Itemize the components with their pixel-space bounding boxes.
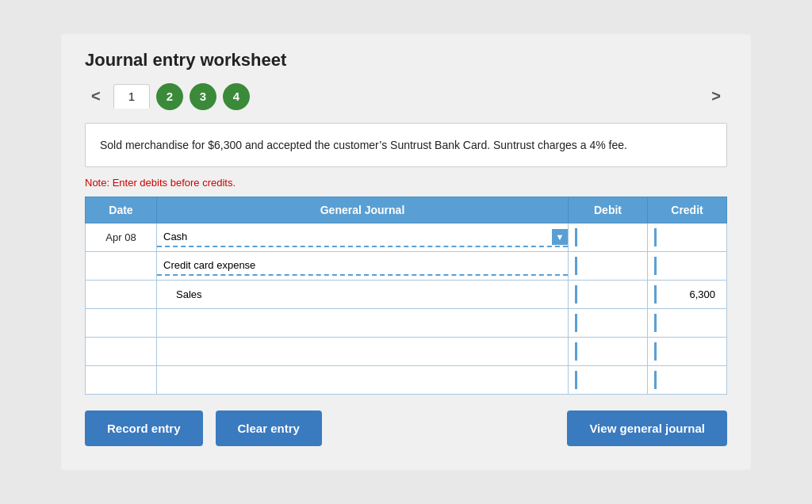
table-row: Sales <box>86 281 727 309</box>
tab-2[interactable]: 2 <box>156 83 183 110</box>
credit-input-5[interactable] <box>654 371 720 389</box>
debit-cell-5 <box>569 366 648 395</box>
gj-cell-4 <box>157 338 569 366</box>
dropdown-arrow-0[interactable]: ▼ <box>552 229 568 245</box>
credit-cell-2 <box>648 281 727 309</box>
tab-3[interactable]: 3 <box>190 83 216 110</box>
credit-cell-3 <box>648 309 727 338</box>
header-date: Date <box>86 197 157 223</box>
debit-input-2[interactable] <box>575 285 641 304</box>
gj-dropdown-wrapper-1 <box>157 256 568 276</box>
header-debit: Debit <box>569 197 648 223</box>
gj-cell-0: ▼ <box>157 223 569 252</box>
table-row <box>86 252 727 281</box>
table-row <box>86 309 727 338</box>
credit-cell-0 <box>648 223 727 252</box>
credit-input-0[interactable] <box>654 228 720 246</box>
gj-input-3[interactable] <box>157 314 568 332</box>
next-arrow[interactable]: > <box>705 84 727 109</box>
gj-cell-2: Sales <box>157 281 569 309</box>
tabs-row: < 1 2 3 4 > <box>85 83 727 110</box>
debit-input-1[interactable] <box>575 257 641 275</box>
gj-dropdown-wrapper-0: ▼ <box>157 227 568 247</box>
record-entry-button[interactable]: Record entry <box>85 410 203 446</box>
debit-input-0[interactable] <box>575 228 641 246</box>
credit-input-2[interactable] <box>654 285 720 304</box>
debit-cell-1 <box>569 252 648 281</box>
gj-input-5[interactable] <box>157 371 568 389</box>
description-box: Sold merchandise for $6,300 and accepted… <box>85 123 727 167</box>
view-journal-button[interactable]: View general journal <box>567 410 727 446</box>
journal-table: Date General Journal Debit Credit Apr 08… <box>85 197 727 395</box>
tab-1[interactable]: 1 <box>113 84 150 109</box>
debit-cell-0 <box>569 223 648 252</box>
credit-cell-5 <box>648 366 727 395</box>
credit-input-1[interactable] <box>654 257 720 275</box>
gj-cell-3 <box>157 309 569 338</box>
note-text: Note: Enter debits before credits. <box>85 177 727 189</box>
credit-input-4[interactable] <box>654 342 720 361</box>
gj-input-0[interactable] <box>157 227 552 246</box>
debit-input-4[interactable] <box>575 342 641 361</box>
debit-cell-3 <box>569 309 648 338</box>
table-row <box>86 338 727 366</box>
gj-cell-5 <box>157 366 569 395</box>
gj-text-2: Sales <box>157 285 209 304</box>
date-cell-1 <box>86 252 157 281</box>
prev-arrow[interactable]: < <box>85 84 107 109</box>
header-credit: Credit <box>648 197 727 223</box>
description-text: Sold merchandise for $6,300 and accepted… <box>100 139 627 151</box>
debit-cell-2 <box>569 281 648 309</box>
credit-cell-1 <box>648 252 727 281</box>
credit-cell-4 <box>648 338 727 366</box>
debit-cell-4 <box>569 338 648 366</box>
buttons-row: Record entry Clear entry View general jo… <box>85 410 727 446</box>
gj-input-4[interactable] <box>157 342 568 361</box>
date-cell-5 <box>86 366 157 395</box>
date-cell-2 <box>86 281 157 309</box>
date-cell-4 <box>86 338 157 366</box>
header-gj: General Journal <box>157 197 569 223</box>
table-row <box>86 366 727 395</box>
page-title: Journal entry worksheet <box>85 50 727 71</box>
gj-cell-1 <box>157 252 569 281</box>
gj-input-1[interactable] <box>157 256 568 274</box>
debit-input-3[interactable] <box>575 314 641 332</box>
credit-input-3[interactable] <box>654 314 720 332</box>
worksheet-container: Journal entry worksheet < 1 2 3 4 > Sold… <box>61 34 751 470</box>
tab-4[interactable]: 4 <box>223 83 250 110</box>
clear-entry-button[interactable]: Clear entry <box>216 410 322 446</box>
date-cell-0: Apr 08 <box>86 223 157 252</box>
debit-input-5[interactable] <box>575 371 641 389</box>
table-row: Apr 08 ▼ <box>86 223 727 252</box>
date-cell-3 <box>86 309 157 338</box>
